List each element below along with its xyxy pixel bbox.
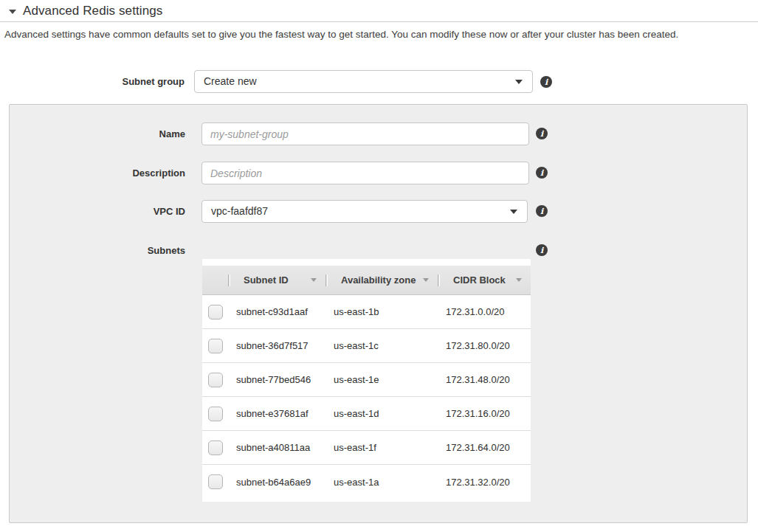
- vpc-id-dropdown[interactable]: vpc-faafdf87: [201, 200, 528, 223]
- name-input[interactable]: [201, 122, 529, 145]
- checkbox-column-header: [202, 266, 228, 294]
- cidr-block-cell: 172.31.0.0/20: [438, 306, 531, 317]
- column-label: Subnet ID: [244, 274, 289, 286]
- subnets-table: Subnet ID Availability zone CIDR Block s…: [202, 259, 531, 502]
- availability-zone-cell: us-east-1a: [325, 477, 438, 488]
- subnet-checkbox[interactable]: [208, 339, 223, 353]
- column-separator: [438, 274, 438, 286]
- cidr-block-cell: 172.31.16.0/20: [438, 408, 531, 419]
- subnet-id-cell: subnet-c93d1aaf: [228, 306, 325, 317]
- subnet-checkbox[interactable]: [208, 407, 223, 421]
- table-row: subnet-e37681afus-east-1d172.31.16.0/20: [202, 397, 531, 431]
- subnet-table-body: subnet-c93d1aafus-east-1b172.31.0.0/20su…: [202, 295, 531, 499]
- sort-caret-icon: [311, 278, 317, 282]
- subnet-checkbox[interactable]: [208, 305, 223, 319]
- checkbox-cell: [202, 441, 228, 455]
- subnet-group-panel: Name i Description i VPC ID vpc-faafdf87…: [9, 104, 748, 523]
- page-description: Advanced settings have common defaults s…: [4, 29, 750, 40]
- info-icon[interactable]: i: [536, 205, 548, 217]
- title-divider: [0, 21, 758, 22]
- availability-zone-cell: us-east-1f: [325, 442, 438, 453]
- cidr-block-cell: 172.31.80.0/20: [438, 340, 531, 351]
- column-separator: [228, 274, 229, 286]
- availability-zone-cell: us-east-1e: [325, 374, 438, 385]
- info-icon[interactable]: i: [540, 76, 552, 88]
- column-header-availability-zone[interactable]: Availability zone: [325, 266, 438, 294]
- subnet-group-value: Create new: [204, 75, 257, 87]
- checkbox-cell: [202, 407, 228, 421]
- subnet-group-dropdown[interactable]: Create new: [194, 70, 533, 93]
- availability-zone-cell: us-east-1d: [325, 408, 438, 419]
- subnet-checkbox[interactable]: [208, 441, 223, 455]
- subnet-id-cell: subnet-e37681af: [228, 408, 325, 419]
- caret-down-icon: [9, 10, 16, 14]
- cidr-block-cell: 172.31.48.0/20: [438, 374, 531, 385]
- subnets-label: Subnets: [10, 239, 185, 262]
- advanced-settings-collapse-header[interactable]: Advanced Redis settings: [9, 3, 162, 19]
- subnet-id-cell: subnet-a40811aa: [228, 442, 325, 453]
- table-row: subnet-77bed546us-east-1e172.31.48.0/20: [202, 363, 531, 397]
- chevron-down-icon: [515, 80, 523, 84]
- name-label: Name: [10, 122, 185, 145]
- sort-caret-icon: [423, 278, 429, 282]
- column-separator: [325, 274, 326, 286]
- cidr-block-cell: 172.31.32.0/20: [438, 477, 531, 488]
- subnets-table-header: Subnet ID Availability zone CIDR Block: [202, 266, 531, 295]
- description-label: Description: [10, 162, 185, 184]
- description-input[interactable]: [201, 162, 529, 184]
- subnet-checkbox[interactable]: [208, 373, 223, 387]
- info-icon[interactable]: i: [536, 167, 548, 179]
- table-row: subnet-36d7f517us-east-1c172.31.80.0/20: [202, 329, 531, 363]
- subnet-id-cell: subnet-36d7f517: [228, 340, 325, 351]
- table-row: subnet-a40811aaus-east-1f172.31.64.0/20: [202, 431, 531, 465]
- column-label: CIDR Block: [453, 274, 506, 286]
- table-row: subnet-c93d1aafus-east-1b172.31.0.0/20: [202, 295, 531, 329]
- column-label: Availability zone: [341, 274, 416, 286]
- checkbox-cell: [202, 373, 228, 387]
- info-icon[interactable]: i: [536, 128, 548, 139]
- subnet-id-cell: subnet-b64a6ae9: [228, 477, 325, 488]
- availability-zone-cell: us-east-1b: [325, 306, 438, 317]
- column-header-subnet-id[interactable]: Subnet ID: [228, 266, 325, 294]
- checkbox-cell: [202, 339, 228, 353]
- subnet-id-cell: subnet-77bed546: [228, 374, 325, 385]
- subnet-checkbox[interactable]: [208, 474, 223, 489]
- column-header-cidr-block[interactable]: CIDR Block: [438, 266, 531, 294]
- table-row: subnet-b64a6ae9us-east-1a172.31.32.0/20: [202, 465, 531, 499]
- chevron-down-icon: [510, 210, 517, 214]
- availability-zone-cell: us-east-1c: [325, 340, 438, 351]
- vpc-id-label: VPC ID: [10, 200, 185, 223]
- page-title: Advanced Redis settings: [23, 4, 162, 18]
- cidr-block-cell: 172.31.64.0/20: [438, 442, 531, 453]
- checkbox-cell: [202, 474, 228, 489]
- info-icon[interactable]: i: [536, 244, 548, 256]
- subnet-group-label: Subnet group: [0, 70, 185, 93]
- vpc-id-value: vpc-faafdf87: [211, 205, 268, 217]
- checkbox-cell: [202, 305, 228, 319]
- sort-caret-icon: [516, 278, 522, 282]
